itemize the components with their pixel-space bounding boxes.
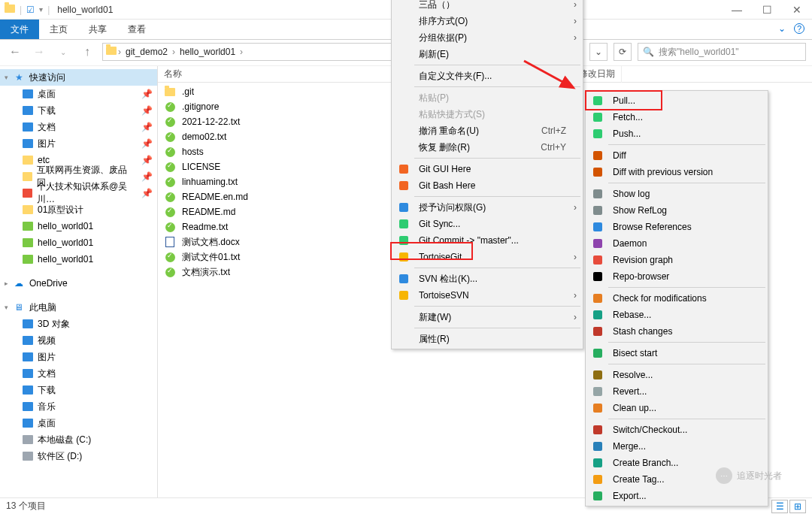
sidebar-item[interactable]: 下载📌 <box>0 102 157 119</box>
sidebar-item[interactable]: 下载 <box>0 382 157 398</box>
menu-item[interactable]: Export... <box>587 488 766 504</box>
menu-item-label: Push... <box>613 128 751 139</box>
pin-icon: 📌 <box>141 171 153 182</box>
menu-item[interactable]: Revision graph <box>587 252 766 268</box>
sidebar-item[interactable]: 桌面📌 <box>0 86 157 102</box>
minimize-button[interactable]: ― <box>722 0 752 20</box>
forward-button[interactable]: → <box>30 43 48 61</box>
menu-item[interactable]: TortoiseSVN› <box>393 287 581 304</box>
pin-icon: 📌 <box>141 122 153 132</box>
menu-item[interactable]: Check for modifications <box>587 290 766 307</box>
menu-item-label: Show RefLog <box>613 205 751 216</box>
menu-item[interactable]: 属性(R) <box>393 331 581 347</box>
menu-item[interactable]: Git Commit -> "master"... <box>393 232 581 249</box>
recent-button[interactable]: ⌄ <box>54 43 72 61</box>
menu-item[interactable]: Fetch... <box>587 109 766 125</box>
menu-item[interactable]: Git Bash Here <box>393 177 581 194</box>
menu-item[interactable]: Diff with previous version <box>587 164 766 180</box>
menu-item[interactable]: 自定义文件夹(F)... <box>393 68 581 84</box>
menu-item[interactable]: Merge... <box>587 438 766 455</box>
menu-item[interactable]: Bisect start <box>587 345 766 361</box>
search-placeholder: 搜索"hello_world01" <box>659 46 739 59</box>
menu-item[interactable]: Revert... <box>587 383 766 400</box>
menu-item[interactable]: Pull... <box>587 92 766 109</box>
tab-view[interactable]: 查看 <box>117 20 156 39</box>
sidebar-item[interactable]: 文档📌 <box>0 119 157 135</box>
sidebar-item[interactable]: hello_world01 <box>0 251 157 268</box>
menu-item[interactable]: 排序方式(O)› <box>393 13 581 29</box>
sidebar-item[interactable]: 文档 <box>0 365 157 382</box>
sidebar-item-icon <box>23 106 33 115</box>
sidebar-item[interactable]: 桌面 <box>0 415 157 431</box>
refresh-button[interactable]: ⟳ <box>614 43 632 61</box>
menu-item[interactable]: 三品（）› <box>393 0 581 13</box>
sidebar-item[interactable]: 3D 对象 <box>0 316 157 332</box>
sidebar-item[interactable]: 音乐 <box>0 398 157 415</box>
tortoisegit-submenu: Pull...Fetch...Push...DiffDiff with prev… <box>585 90 768 506</box>
menu-item[interactable]: Rebase... <box>587 307 766 323</box>
menu-item[interactable]: Switch/Checkout... <box>587 422 766 438</box>
menu-item-icon <box>396 32 411 44</box>
tab-share[interactable]: 共享 <box>78 20 117 39</box>
menu-item[interactable]: 刷新(E) <box>393 46 581 62</box>
sidebar-item[interactable]: hello_world01 <box>0 218 157 234</box>
menu-item[interactable]: Browse References <box>587 219 766 235</box>
menu-item[interactable]: Repo-browser <box>587 268 766 285</box>
menu-item-label: Git Sync... <box>419 219 566 229</box>
menu-item[interactable]: TortoiseGit› <box>393 249 581 265</box>
view-details-icon[interactable]: ☰ <box>771 500 788 513</box>
sidebar-thispc[interactable]: ▾🖥此电脑 <box>0 299 157 316</box>
folder-icon <box>106 47 117 57</box>
sidebar-item[interactable]: 图片 <box>0 349 157 365</box>
menu-separator <box>414 158 580 159</box>
menu-item-icon <box>396 218 411 230</box>
file-icon <box>164 191 176 203</box>
search-input[interactable]: 🔍 搜索"hello_world01" <box>638 43 806 61</box>
sidebar-item[interactable]: 本地磁盘 (C:) <box>0 431 157 448</box>
sidebar-item[interactable]: 视频 <box>0 332 157 349</box>
sidebar-item[interactable]: 图片📌 <box>0 135 157 152</box>
sidebar-onedrive[interactable]: ▸☁OneDrive <box>0 275 157 292</box>
menu-item[interactable]: Git GUI Here <box>393 161 581 177</box>
address-dropdown[interactable]: ⌄ <box>589 43 607 61</box>
menu-item-icon <box>590 204 605 216</box>
menu-item[interactable]: 分组依据(P)› <box>393 29 581 46</box>
menu-item[interactable]: Diff <box>587 147 766 164</box>
sidebar-item[interactable]: hello_world01 <box>0 234 157 251</box>
sidebar-quick-access[interactable]: ▾★快速访问 <box>0 69 157 86</box>
menu-item-icon <box>396 125 411 137</box>
chevron-down-icon[interactable]: ▾ <box>39 5 43 14</box>
sidebar-item[interactable]: 软件区 (D:) <box>0 448 157 464</box>
menu-item[interactable]: 恢复 删除(R)Ctrl+Y <box>393 139 581 156</box>
ribbon-toggle-icon[interactable]: ⌄ ? <box>771 20 812 39</box>
menu-item[interactable]: Resolve... <box>587 367 766 383</box>
back-button[interactable]: ← <box>6 43 24 61</box>
menu-separator <box>414 196 580 197</box>
qat-checkbox-icon[interactable]: ☑ <box>26 5 35 15</box>
maximize-button[interactable]: ☐ <box>752 0 782 20</box>
breadcrumb[interactable]: git_demo2 <box>123 47 171 57</box>
file-tab[interactable]: 文件 <box>0 20 39 39</box>
menu-item[interactable]: SVN 检出(K)... <box>393 271 581 287</box>
menu-item-icon <box>396 333 411 345</box>
menu-item[interactable]: 授予访问权限(G)› <box>393 199 581 216</box>
menu-item[interactable]: Stash changes <box>587 323 766 340</box>
sidebar-item[interactable]: 个人技术知识体系@吴川…📌 <box>0 185 157 201</box>
sidebar: ▾★快速访问桌面📌下载📌文档📌图片📌etc📌互联网再生资源、废品回…📌个人技术知… <box>0 66 158 497</box>
menu-item[interactable]: Git Sync... <box>393 216 581 232</box>
up-button[interactable]: ↑ <box>78 43 96 61</box>
menu-item[interactable]: Show log <box>587 186 766 202</box>
tab-home[interactable]: 主页 <box>39 20 78 39</box>
menu-item[interactable]: Clean up... <box>587 400 766 416</box>
breadcrumb[interactable]: hello_world01 <box>177 47 238 57</box>
menu-item[interactable]: Push... <box>587 125 766 142</box>
file-icon <box>164 101 176 113</box>
menu-item[interactable]: Show RefLog <box>587 202 766 219</box>
menu-item[interactable]: 新建(W)› <box>393 309 581 325</box>
view-icons-icon[interactable]: ⊞ <box>789 500 806 513</box>
sidebar-item-label: 图片 <box>38 351 56 364</box>
menu-item-label: Browse References <box>613 222 751 232</box>
menu-item[interactable]: 撤消 重命名(U)Ctrl+Z <box>393 122 581 139</box>
close-button[interactable]: ✕ <box>782 0 812 20</box>
menu-item[interactable]: Daemon <box>587 235 766 252</box>
